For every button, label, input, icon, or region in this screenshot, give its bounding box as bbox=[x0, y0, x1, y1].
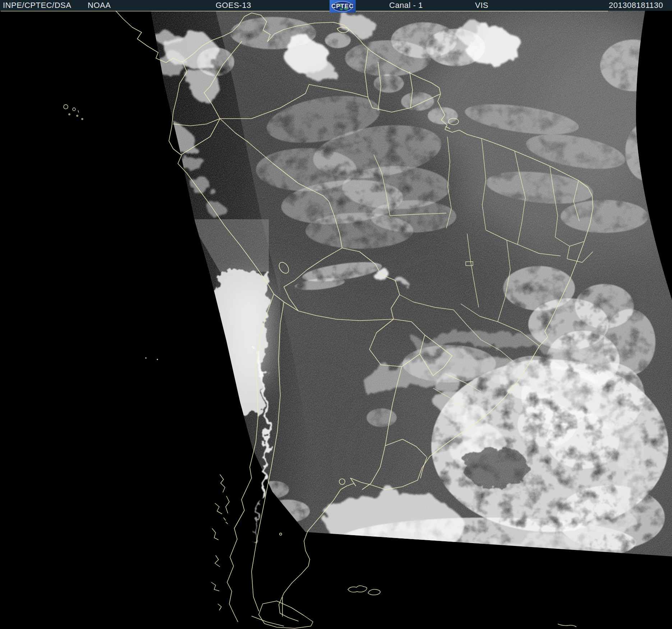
band-label: VIS bbox=[475, 0, 488, 11]
timestamp-label: 201308181130 bbox=[609, 0, 663, 11]
ocean-speck bbox=[157, 359, 158, 360]
channel-label: Canal - 1 bbox=[389, 0, 423, 11]
header-bar: INPE/CPTEC/DSA NOAA GOES-13 Canal - 1 VI… bbox=[0, 0, 672, 11]
ocean-speck bbox=[145, 357, 147, 359]
cptec-logo: CPTEC bbox=[330, 0, 356, 13]
satellite-viewer: INPE/CPTEC/DSA NOAA GOES-13 Canal - 1 VI… bbox=[0, 0, 672, 629]
agency-label: INPE/CPTEC/DSA bbox=[3, 0, 71, 11]
noaa-label: NOAA bbox=[88, 0, 111, 11]
satellite-label: GOES-13 bbox=[216, 0, 251, 11]
satellite-map bbox=[0, 0, 672, 629]
cptec-logo-text: CPTEC bbox=[331, 1, 354, 12]
